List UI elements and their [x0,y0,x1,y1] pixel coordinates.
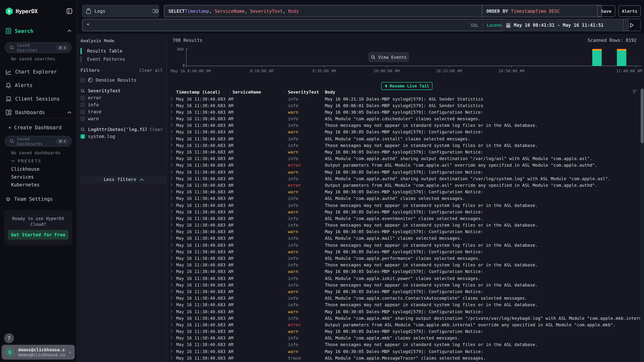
table-row[interactable]: ❯May 16 11:38:40.683 AMinfoThose message… [167,342,641,348]
sidebar-item-team-settings[interactable]: ⚙ Team Settings [6,196,72,202]
help-button[interactable]: ? [4,333,14,343]
row-expand-icon[interactable]: ❯ [170,329,173,333]
table-row[interactable]: ❯May 16 11:38:40.683 AMinfoASL Module "c… [167,315,641,322]
row-expand-icon[interactable]: ❯ [170,183,173,187]
sidebar-item-chart-explorer[interactable]: Chart Explorer [6,68,72,75]
row-expand-icon[interactable]: ❯ [170,316,173,320]
row-expand-icon[interactable]: ❯ [170,269,173,273]
checkbox[interactable] [80,78,85,82]
row-expand-icon[interactable]: ❯ [170,276,173,280]
row-expand-icon[interactable]: ❯ [170,322,173,326]
row-expand-icon[interactable]: ❯ [170,163,173,167]
checkbox-checked[interactable]: ✓ [80,134,85,138]
filter-option-system-log[interactable]: ✓ system.log [80,133,162,139]
row-expand-icon[interactable]: ❯ [170,203,173,207]
checkbox[interactable] [80,116,85,121]
checkbox[interactable] [80,109,85,114]
table-row[interactable]: ❯May 16 11:38:40.683 AMwarnMay 16 00:30:… [167,229,641,235]
preset-clickhouse[interactable]: Clickhouse [11,166,40,172]
sidebar-collapse-icon[interactable] [66,8,72,14]
filter-option-error[interactable]: error [80,95,162,100]
table-row[interactable]: ❯May 16 11:38:40.683 AMinfoThose message… [167,242,641,249]
saved-searches-input[interactable]: Saved Searches ⌘ K [5,42,72,53]
row-expand-icon[interactable]: ❯ [170,349,173,353]
column-header-severitytext[interactable]: SeverityText [288,89,319,94]
table-row[interactable]: ❯May 16 11:38:40.683 AMtraceASL Module "… [167,355,641,362]
row-expand-icon[interactable]: ❯ [170,222,173,227]
row-expand-icon[interactable]: ❯ [170,189,173,193]
row-expand-icon[interactable]: ❯ [170,169,173,173]
row-expand-icon[interactable]: ❯ [170,256,173,260]
row-expand-icon[interactable]: ❯ [170,309,173,313]
table-row[interactable]: ❯May 16 11:38:40.683 AMwarnMay 16 00:30:… [167,109,641,116]
checkbox[interactable] [80,95,85,100]
less-filters-button[interactable]: Less filters [80,176,167,183]
sidebar-item-alerts[interactable]: Alerts [6,82,72,89]
alerts-button[interactable]: Alerts [618,5,641,17]
get-started-button[interactable]: Get Started for Free [8,230,68,240]
scrollbar-thumb[interactable] [641,89,644,143]
table-row[interactable]: ❯May 16 11:38:40.683 AMwarnMay 16 00:30:… [167,149,641,156]
table-row[interactable]: ❯May 16 11:38:40.683 AMinfoASL Module "c… [167,235,641,242]
sidebar-item-client-sessions[interactable]: Client Sessions [6,96,72,102]
table-row[interactable]: ❯May 16 11:38:40.683 AMwarnMay 16 00:30:… [167,289,641,295]
mode-event-patterns[interactable]: Event Patterns [80,56,162,62]
run-query-button[interactable] [623,19,641,31]
row-expand-icon[interactable]: ❯ [170,282,173,286]
row-expand-icon[interactable]: ❯ [170,336,173,340]
row-expand-icon[interactable]: ❯ [170,342,173,346]
histogram-bar[interactable] [617,48,626,66]
histogram-bar[interactable] [592,48,602,66]
lang-toggle-sql[interactable]: SQL [470,22,478,27]
column-resize-handle[interactable]: ⋮ [228,89,232,94]
row-expand-icon[interactable]: ❯ [170,109,173,114]
table-row[interactable]: ❯May 16 11:38:40.683 AMinfoASL Module "c… [167,295,641,302]
create-dashboard-button[interactable]: + Create Dashboard [8,124,72,131]
source-select[interactable]: Logs [82,5,159,17]
clear-link[interactable]: Clear [150,127,162,132]
table-row[interactable]: ❯May 16 11:38:40.683 AMinfoASL Module "c… [167,175,641,182]
table-row[interactable]: ❯May 16 11:38:40.683 AMinfoASL Module "c… [167,136,641,142]
filter-option-info[interactable]: info [80,102,162,107]
chevron-up-icon[interactable] [67,29,72,32]
column-resize-handle[interactable]: ⋮ [321,89,324,94]
table-row[interactable]: ❯May 16 11:38:40.683 AMwarnMay 16 00:30:… [167,269,641,275]
table-row[interactable]: ❯May 16 11:38:40.683 AMwarnMay 16 00:30:… [167,189,641,196]
order-by-input[interactable]: ORDER BY TimestampTime DESC [482,5,602,17]
lang-toggle-lucene[interactable]: Lucene [487,22,502,27]
save-button[interactable]: Save [597,5,615,17]
table-row[interactable]: ❯May 16 11:38:40.683 AMerrorOutput param… [167,182,641,189]
table-row[interactable]: ❯May 16 11:38:40.683 AMwarnMay 16 00:30:… [167,309,641,315]
log-table[interactable]: ❯May 16 11:38:40.683 AMinfoMay 16 00:21:… [167,96,641,362]
column-header-body[interactable]: Body [325,89,335,94]
row-expand-icon[interactable]: ❯ [170,123,173,127]
sidebar-item-dashboards[interactable]: Dashboards [6,109,72,116]
table-row[interactable]: ❯May 16 11:38:40.683 AMwarnMay 16 00:30:… [167,328,641,335]
table-row[interactable]: ❯May 16 11:38:40.683 AMwarnMay 16 00:30:… [167,169,641,176]
row-expand-icon[interactable]: ❯ [170,176,173,180]
row-expand-icon[interactable]: ❯ [170,236,173,240]
chevron-up-icon[interactable] [67,111,72,114]
table-row[interactable]: ❯May 16 11:38:40.683 AMinfoASL Module "c… [167,116,641,122]
table-row[interactable]: ❯May 16 11:38:40.683 AMinfoASL Module "c… [167,215,641,222]
row-expand-icon[interactable]: ❯ [170,229,173,233]
row-expand-icon[interactable]: ❯ [170,103,173,107]
table-row[interactable]: ❯May 16 11:38:40.683 AMinfoThose message… [167,222,641,229]
sql-select-input[interactable]: SELECT Timestamp, ServiceName, SeverityT… [164,5,486,17]
table-row[interactable]: ❯May 16 11:38:40.683 AMinfoASL Module "c… [167,335,641,342]
table-row[interactable]: ❯May 16 11:38:40.683 AMinfoThose message… [167,262,641,269]
results-histogram[interactable]: 360 0 May 16 8:40:00 AM9:10:00 AM9:35:00… [167,34,644,75]
column-header-servicename[interactable]: ServiceName [232,89,261,94]
row-expand-icon[interactable]: ❯ [170,156,173,160]
row-expand-icon[interactable]: ❯ [170,116,173,120]
table-row[interactable]: ❯May 16 11:38:40.683 AMinfoThose message… [167,302,641,309]
row-expand-icon[interactable]: ❯ [170,136,173,140]
row-expand-icon[interactable]: ❯ [170,216,173,220]
user-menu[interactable]: D demos@clickhouse.com demos@clickhouse.… [2,345,75,360]
row-expand-icon[interactable]: ❯ [170,149,173,153]
row-expand-icon[interactable]: ❯ [170,262,173,267]
table-row[interactable]: ❯May 16 11:38:40.683 AMwarnMay 16 00:30:… [167,129,641,136]
table-row[interactable]: ❯May 16 11:38:40.683 AMinfoThose message… [167,202,641,209]
presets-toggle[interactable]: PRESETS [11,158,72,164]
row-expand-icon[interactable]: ❯ [170,196,173,200]
